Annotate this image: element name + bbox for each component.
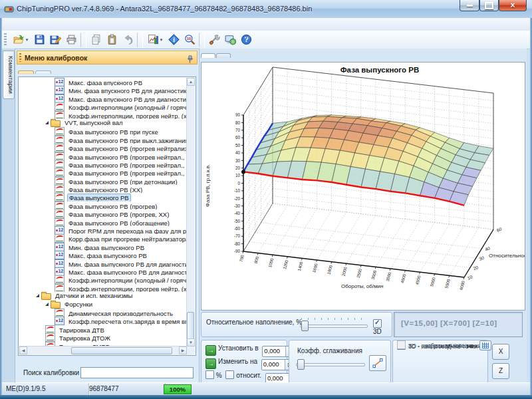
copy-button[interactable] [88, 32, 104, 47]
tree-item[interactable]: Макс. фаза впускного РВ для диагностики [20, 94, 186, 102]
tree-item[interactable]: Тарировка ДТВ [20, 325, 186, 333]
tree-item[interactable]: Фаза выпускного РВ (прогрев, ХХ) [20, 209, 186, 217]
menu-item[interactable] [39, 25, 49, 27]
tree-item[interactable]: Макс. фаза выпускного РВ [20, 251, 186, 259]
tree-item[interactable]: Фаза выпускного РВ (обогащение) [20, 218, 186, 226]
tree-item[interactable]: Фаза выпускного РВ (прогрев нейтрал., ХХ… [20, 160, 186, 168]
comments-tab[interactable]: Комментарии [3, 51, 15, 99]
mode-3d-checkbox[interactable]: 3D [373, 319, 392, 335]
calibration-tab[interactable] [18, 70, 34, 74]
tree-item[interactable]: Фаза выпускного РВ при выкл.зажигания [20, 136, 186, 144]
tree-item[interactable]: Фаза выпускного РВ (прогрев нейтрал., ХХ… [20, 168, 186, 176]
save-button[interactable] [31, 32, 47, 47]
scroll-up-icon[interactable]: ▲ [187, 78, 195, 86]
scroll-right-icon[interactable]: ▶ [179, 346, 187, 354]
hscroll-thumb[interactable] [71, 347, 172, 354]
slider-track[interactable] [300, 325, 368, 328]
tree-item[interactable]: Мин. фаза выпускного РВ для диагностики [20, 259, 186, 267]
tree-item[interactable]: Динамическая производительность [20, 309, 186, 317]
tree-item[interactable]: Фаза выпускного РВ (ХХ) [20, 185, 186, 193]
option-checkbox[interactable]: 2D - отменить ZOOM [397, 340, 467, 350]
search-input[interactable] [80, 367, 194, 378]
info-button[interactable]: i [166, 32, 182, 47]
slider-track[interactable] [296, 363, 365, 366]
tree-item[interactable]: Коэфф.интерполяции, прогрев нейтр. (холо… [20, 284, 186, 292]
smoothing-label: Коэфф. сглаживания [297, 347, 362, 354]
tree-item[interactable]: Фаза выпускного РВ при пуске [20, 127, 186, 135]
tree-item[interactable]: Датчики и исп. механизмы [20, 292, 186, 300]
tree-item[interactable]: Коэфф.интерполяции, прогрев нейтр. (холо… [20, 111, 186, 119]
expander-icon[interactable] [36, 294, 39, 297]
toolbar-grip[interactable] [4, 33, 7, 45]
fill-slider[interactable] [300, 321, 368, 331]
tree-item[interactable]: Коэфф.интерполяции (холодный / горячий ) [20, 102, 186, 110]
vertical-scrollbar[interactable]: ▲ ▼ [186, 78, 195, 346]
minimize-button[interactable] [460, 0, 479, 11]
horizontal-scrollbar[interactable]: ◀ ▶ [19, 346, 187, 354]
tree-item[interactable]: Макс. фаза выпускного РВ для диагностики [20, 267, 186, 275]
tree-item[interactable]: Мин. фаза впускного РВ для диагностики [20, 86, 186, 94]
checkbox-box[interactable] [373, 319, 382, 328]
menu-item[interactable] [11, 25, 21, 27]
smoothing-apply-button[interactable] [369, 355, 386, 371]
tree-item[interactable]: Макс. фаза впускного РВ [20, 78, 186, 86]
calibration-tab[interactable] [35, 70, 51, 74]
tree-item[interactable]: Тарировка ДТОЖ [20, 333, 186, 341]
undo-button[interactable] [120, 32, 136, 47]
paste-button[interactable] [104, 32, 120, 47]
tree-item[interactable]: Форсунки [20, 301, 186, 309]
tree-item[interactable]: Коэфф.пересчета отн.заряда в время впрыс… [20, 317, 186, 325]
expander-icon[interactable] [45, 121, 49, 124]
tree-item[interactable]: Фаза выпускного РВ [20, 193, 186, 201]
tree-item[interactable]: VVT, выпускной вал [20, 119, 186, 127]
scroll-down-icon[interactable]: ▼ [187, 338, 195, 346]
menu-item[interactable] [2, 25, 11, 27]
surface-chart[interactable]: -90-80-70-60-50-40-30-20-100102030405060… [201, 62, 525, 311]
slider-thumb[interactable] [301, 321, 309, 331]
menu-item[interactable] [58, 25, 67, 27]
calibration-icon [55, 160, 65, 168]
maximize-button[interactable] [479, 0, 499, 11]
toolbar-button[interactable] [137, 33, 143, 47]
progress-badge: 100% [164, 384, 192, 394]
apply-change-button[interactable] [205, 358, 216, 369]
title-bar: ChipTuningPRO ver.7.4.8.969 - Antara32L_… [0, 0, 532, 19]
panel-grip[interactable] [19, 53, 21, 62]
change-value-spinner[interactable]: 0,000▲▼ [261, 359, 293, 370]
tree-item[interactable]: Коэфф.интерполяции (холодный / горячий ) [20, 275, 186, 283]
save-as-button[interactable] [47, 32, 63, 47]
tree-item[interactable]: Мин. фаза выпускного РВ [20, 243, 186, 251]
tree-item[interactable]: Порог RPM для перехода на фазу для режим… [20, 226, 186, 234]
compare-charts-button[interactable] [144, 32, 166, 47]
smoothing-slider[interactable] [296, 359, 365, 369]
toolbar-button[interactable] [199, 33, 205, 47]
view-tab[interactable] [201, 53, 215, 58]
tree-item[interactable]: Фаза выпускного РВ (прогрев нейтрал., хо… [20, 152, 186, 160]
expander-icon[interactable] [45, 303, 49, 306]
scroll-left-icon[interactable]: ◀ [19, 346, 27, 354]
percent-checkbox[interactable] [205, 370, 214, 379]
open-button[interactable] [10, 32, 31, 47]
x-axis-button[interactable]: X [492, 344, 509, 360]
preview-zoom-button[interactable]: 10 [182, 32, 198, 47]
tree-item[interactable]: Фаза выпускного РВ (прогрев) [20, 201, 186, 209]
tree-item[interactable]: Корр.фаза при прогреве нейтрализатора [20, 234, 186, 242]
toolbar-button[interactable] [80, 33, 86, 47]
grid-edit-button[interactable] [479, 340, 491, 350]
relative-checkbox[interactable] [225, 370, 234, 379]
toolbar-overflow-button[interactable]: ▾▾ [245, 35, 250, 40]
z-axis-button[interactable]: Z [492, 363, 509, 379]
menu-item[interactable] [21, 25, 30, 27]
tools-button[interactable] [206, 32, 222, 47]
checkbox-box[interactable] [397, 340, 406, 349]
view-tab[interactable] [216, 53, 231, 58]
tree-item[interactable]: Фаза выпускного РВ (при детонации) [20, 177, 186, 185]
menu-item[interactable] [49, 25, 58, 27]
remote-button[interactable] [222, 32, 238, 47]
print-button[interactable] [63, 32, 79, 47]
apply-set-button[interactable] [205, 345, 216, 356]
slider-thumb[interactable] [297, 359, 305, 370]
menu-item[interactable] [30, 25, 39, 27]
tree-item[interactable]: Фаза выпускного РВ (прогрев нейтрализато… [20, 144, 186, 152]
close-button[interactable]: × [499, 0, 527, 11]
